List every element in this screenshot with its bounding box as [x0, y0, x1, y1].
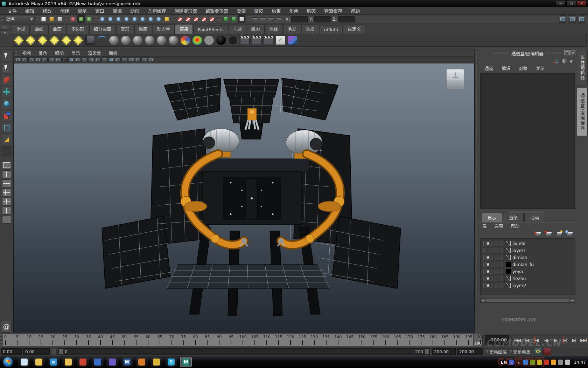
lock-selection-icon[interactable] — [163, 15, 170, 23]
anisotropic-material-icon[interactable] — [108, 35, 120, 46]
start-button[interactable] — [3, 357, 13, 367]
render-settings-icon[interactable] — [275, 15, 283, 23]
range-slider[interactable]: 0 200 — [58, 348, 430, 355]
2d-pan-zoom-icon[interactable] — [141, 57, 147, 62]
taskbar-app-red[interactable] — [77, 357, 89, 367]
toggle-channel-box-button[interactable] — [578, 15, 586, 23]
move-tool[interactable] — [2, 87, 12, 97]
shelf-tab[interactable]: 常规 — [12, 24, 30, 34]
env-sphere-icon[interactable] — [96, 35, 108, 46]
panel-menu-item[interactable]: 面板 — [105, 49, 121, 57]
layout-single-pane[interactable] — [2, 161, 11, 169]
layer-row[interactable]: V jixiebi — [481, 240, 575, 247]
tray-qq-icon[interactable] — [551, 360, 556, 365]
shelf-tab[interactable]: 曲面 — [48, 24, 66, 34]
animation-preferences-button[interactable] — [543, 348, 551, 355]
snap-point-icon[interactable] — [192, 15, 200, 23]
taskbar-app-purple[interactable] — [106, 357, 118, 367]
layer-playback-toggle[interactable] — [494, 241, 503, 246]
layer-visibility-toggle[interactable]: V — [483, 241, 492, 246]
panel-menu-item[interactable]: 显示 — [68, 49, 84, 57]
anim-layer-selector[interactable]: 无动画层 — [489, 348, 507, 355]
shadows-icon[interactable] — [82, 57, 88, 62]
tray-audio-icon[interactable] — [544, 360, 549, 365]
render-view-icon[interactable] — [251, 15, 259, 23]
snap-grid-icon[interactable] — [176, 15, 184, 23]
layer-row[interactable]: V dimian — [481, 254, 575, 261]
scrollbar-thumb[interactable] — [486, 299, 569, 302]
ipr-render-icon[interactable] — [267, 15, 275, 23]
float-panel-button[interactable]: ❐ — [564, 50, 570, 55]
menu-item[interactable]: 资源 — [108, 7, 126, 15]
taskbar-app-blue[interactable] — [92, 357, 104, 367]
layer-name[interactable]: yeya — [512, 269, 523, 274]
surfaces-mask-icon[interactable] — [123, 15, 130, 23]
rotate-tool[interactable] — [2, 99, 12, 109]
toggle-tool-settings-button[interactable] — [568, 15, 576, 23]
shelf-menu-button[interactable]: ▾ — [1, 25, 9, 29]
shelf-tab[interactable]: 变形 — [116, 24, 134, 34]
menu-item[interactable]: 窗口 — [91, 7, 108, 15]
phong-material-icon[interactable] — [144, 35, 155, 46]
surface-shader-icon[interactable] — [215, 35, 227, 46]
xray-icon[interactable] — [102, 57, 107, 62]
panel-menu-item[interactable]: 视图 — [18, 49, 35, 57]
tray-shield-icon[interactable] — [537, 360, 542, 365]
layer-color-swatch[interactable] — [506, 276, 511, 281]
menu-set-dropdown[interactable]: 动画 ▼ — [5, 16, 35, 22]
layer-name[interactable]: tiezhu — [512, 276, 526, 281]
next-frame-button[interactable]: ▶| — [569, 336, 579, 345]
layer-editor-tab[interactable]: 渲染 — [503, 213, 524, 222]
use-lights-icon[interactable] — [75, 57, 81, 62]
speed-state-icon[interactable] — [562, 59, 567, 63]
universal-manipulator-tool[interactable] — [2, 123, 12, 132]
layer-color-swatch[interactable] — [506, 283, 511, 288]
close-panel-button[interactable]: × — [570, 50, 576, 55]
animation-end-field[interactable]: 200.00 — [457, 348, 483, 355]
shelf-menu-button[interactable]: ▾ — [1, 30, 9, 35]
time-slider[interactable]: 0 5 10 15 — [3, 334, 483, 346]
layer-scrollbar[interactable]: ◀ ▶ — [480, 298, 575, 303]
layer-editor-menu-item[interactable]: 选项 — [495, 223, 503, 229]
layer-visibility-toggle[interactable] — [483, 248, 492, 253]
select-tool[interactable] — [2, 51, 12, 61]
goto-start-button[interactable]: |◀◀ — [513, 336, 522, 345]
menu-item[interactable]: 修改 — [38, 7, 56, 15]
layer-visibility-toggle[interactable]: V — [483, 255, 492, 260]
tray-browser-icon[interactable] — [523, 360, 528, 365]
dynamics-mask-icon[interactable] — [139, 15, 146, 23]
gate-mask-icon[interactable] — [115, 57, 121, 62]
clock[interactable]: 14:47 — [574, 360, 586, 365]
layer-name[interactable]: layer2 — [512, 283, 526, 288]
goto-end-button[interactable]: ▶▶| — [579, 336, 588, 345]
menu-item[interactable]: 创建 — [56, 7, 74, 15]
select-camera-icon[interactable] — [15, 57, 21, 62]
tray-network-icon[interactable] — [558, 360, 563, 365]
spot-light-icon[interactable] — [49, 35, 60, 46]
layer-name[interactable]: jixiebi — [512, 241, 525, 246]
layer-color-swatch[interactable] — [506, 255, 511, 260]
construction-history-icon[interactable] — [238, 15, 245, 23]
layout-persp-outliner[interactable] — [2, 207, 11, 214]
layered-shader-icon[interactable] — [168, 35, 179, 46]
layer-color-swatch[interactable] — [506, 248, 511, 253]
point-light-icon[interactable] — [37, 35, 48, 46]
current-time-field[interactable]: 200.00 — [485, 335, 509, 345]
scroll-right-arrow[interactable]: ▶ — [570, 299, 575, 302]
shading-map-icon[interactable] — [191, 35, 203, 46]
layer-playback-toggle[interactable] — [494, 276, 503, 281]
menu-item[interactable]: 帮助 — [346, 7, 364, 15]
shelf-tab[interactable]: 毛发 — [283, 24, 301, 34]
isolate-select-icon[interactable] — [95, 57, 101, 62]
render-current-frame-icon[interactable] — [259, 15, 267, 23]
open-scene-icon[interactable] — [48, 15, 55, 23]
wireframe-mode-icon[interactable] — [55, 57, 61, 62]
use-background-icon[interactable] — [203, 35, 215, 46]
render-frame-icon[interactable] — [239, 35, 251, 46]
layer-visibility-toggle[interactable]: V — [483, 269, 492, 274]
lasso-select-tool[interactable] — [2, 63, 12, 73]
snap-view-plane-icon[interactable] — [209, 15, 216, 23]
menu-item[interactable]: 约束 — [267, 7, 285, 15]
close-button[interactable]: × — [577, 1, 587, 6]
object-mode-icon[interactable] — [77, 15, 85, 23]
